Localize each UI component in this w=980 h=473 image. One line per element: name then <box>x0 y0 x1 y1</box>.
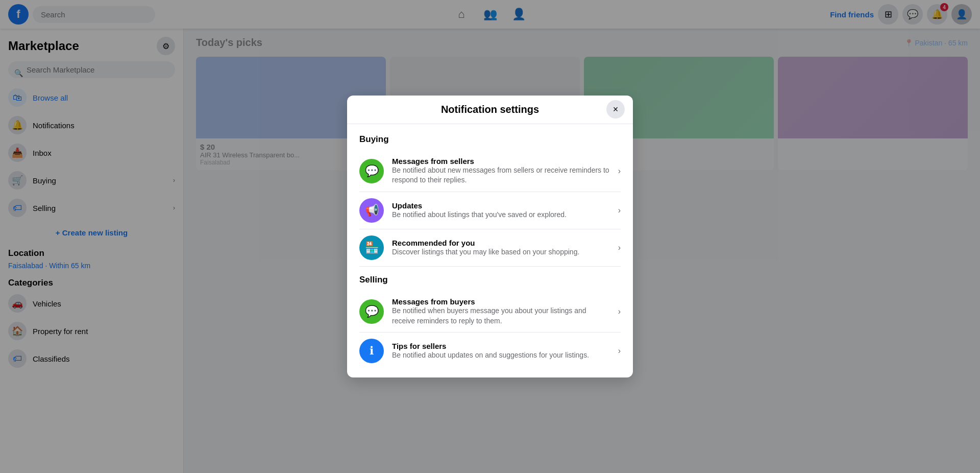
notif-text: Recommended for you Discover listings th… <box>392 239 610 257</box>
notif-name: Messages from sellers <box>392 157 610 165</box>
selling-section-title: Selling <box>359 275 621 285</box>
messages-from-buyers-icon: 💬 <box>359 299 384 324</box>
buying-section-title: Buying <box>359 134 621 145</box>
notif-name: Tips for sellers <box>392 342 610 350</box>
chevron-right-icon: › <box>618 206 621 215</box>
recommended-icon: 🏪 <box>359 235 384 260</box>
notif-name: Messages from buyers <box>392 297 610 306</box>
notif-desc: Discover listings that you may like base… <box>392 247 610 257</box>
messages-from-sellers-icon: 💬 <box>359 159 384 183</box>
notif-item-tips-for-sellers[interactable]: ℹ Tips for sellers Be notified about upd… <box>359 333 621 369</box>
notif-item-recommended[interactable]: 🏪 Recommended for you Discover listings … <box>359 229 621 267</box>
notif-text: Tips for sellers Be notified about updat… <box>392 342 610 361</box>
modal-title: Notification settings <box>441 104 539 115</box>
notif-item-messages-from-sellers[interactable]: 💬 Messages from sellers Be notified abou… <box>359 151 621 192</box>
chevron-right-icon: › <box>618 346 621 356</box>
selling-section: Selling 💬 Messages from buyers Be notifi… <box>359 275 621 369</box>
chevron-right-icon: › <box>618 243 621 252</box>
notif-desc: Be notified about new messages from sell… <box>392 165 610 185</box>
notif-name: Updates <box>392 201 610 210</box>
notif-name: Recommended for you <box>392 239 610 247</box>
modal-close-button[interactable]: × <box>606 100 625 119</box>
notification-settings-modal: Notification settings × Buying 💬 Message… <box>347 96 633 377</box>
notif-desc: Be notified about updates on and suggest… <box>392 350 610 361</box>
modal-body: Buying 💬 Messages from sellers Be notifi… <box>347 124 633 377</box>
notif-desc: Be notified when buyers message you abou… <box>392 306 610 326</box>
chevron-right-icon: › <box>618 307 621 316</box>
notif-item-updates[interactable]: 📢 Updates Be notified about listings tha… <box>359 192 621 229</box>
notif-text: Updates Be notified about listings that … <box>392 201 610 220</box>
updates-icon: 📢 <box>359 198 384 223</box>
tips-for-sellers-icon: ℹ <box>359 339 384 363</box>
notif-text: Messages from sellers Be notified about … <box>392 157 610 185</box>
modal-overlay[interactable]: Notification settings × Buying 💬 Message… <box>0 0 980 473</box>
notif-desc: Be notified about listings that you've s… <box>392 210 610 220</box>
chevron-right-icon: › <box>618 167 621 176</box>
notif-text: Messages from buyers Be notified when bu… <box>392 297 610 326</box>
modal-header: Notification settings × <box>347 96 633 124</box>
notif-item-messages-from-buyers[interactable]: 💬 Messages from buyers Be notified when … <box>359 291 621 333</box>
